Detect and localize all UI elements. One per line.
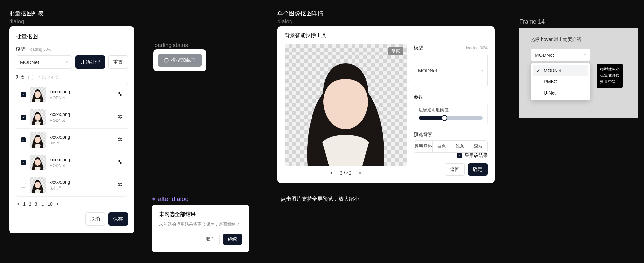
dropdown-option-unet[interactable]: U-Net xyxy=(533,87,588,99)
section-sub-batch: dialog xyxy=(9,18,24,25)
chevron-down-icon: ▾ xyxy=(584,53,586,57)
bg-option-darkgray[interactable]: 深灰 xyxy=(469,141,487,152)
list-item[interactable]: xxxxx.png未处理 xyxy=(16,174,128,196)
dropdown-option-label: RMBG xyxy=(544,79,557,84)
pager-page[interactable]: 1 xyxy=(23,201,26,207)
item-checkbox[interactable]: ✓ xyxy=(21,92,26,97)
list-item[interactable]: ✓ xxxxx.pngRMBG xyxy=(16,128,128,151)
sliders-icon[interactable] xyxy=(117,114,123,121)
single-model-label: 模型 xyxy=(414,45,423,51)
sliders-icon[interactable] xyxy=(117,182,123,189)
sliders-icon[interactable] xyxy=(117,159,123,166)
frame14-model-select[interactable]: MODNet ▾ xyxy=(531,49,590,61)
section-sub-single: dialog xyxy=(277,18,292,25)
loading-text: 模型加载中 xyxy=(171,57,196,63)
item-meta: RMBG xyxy=(50,141,113,145)
adopt-checkbox[interactable]: ✓ xyxy=(457,153,462,158)
tooltip-line: 效果中等 xyxy=(600,79,620,85)
sliders-icon[interactable] xyxy=(117,91,123,98)
alter-dialog: 未勾选全部结果 未勾选的抠图结果将不会保存，是否继续？ 取消 继续 xyxy=(152,205,249,252)
slider-knob[interactable] xyxy=(441,115,447,121)
list-item[interactable]: ✓ xxxxx.pngMODNet xyxy=(16,83,128,106)
params-label: 参数 xyxy=(414,94,488,100)
svg-point-4 xyxy=(120,94,121,96)
check-icon: ✓ xyxy=(536,68,541,73)
item-meta: MODNet xyxy=(50,96,113,100)
dropdown-option-modnet[interactable]: ✓ MODNet xyxy=(533,65,588,76)
item-checkbox[interactable] xyxy=(21,183,26,188)
item-checkbox[interactable]: ✓ xyxy=(21,115,26,120)
preview-image[interactable]: 复原 xyxy=(285,44,407,166)
list-label: 列表 xyxy=(16,75,25,80)
dropdown-option-rmbg[interactable]: RMBG xyxy=(533,76,588,87)
bg-option-lightgray[interactable]: 浅灰 xyxy=(451,141,469,152)
item-filename: xxxxx.png xyxy=(50,157,113,162)
adopt-label: 采用该结果 xyxy=(465,153,488,159)
single-model-value: MODNet xyxy=(418,68,437,73)
pager-page[interactable]: 3 xyxy=(35,201,37,207)
pager-page[interactable]: 2 xyxy=(29,201,31,207)
bg-segmented: 透明网格 白色 浅灰 深灰 xyxy=(414,140,488,153)
threshold-slider[interactable] xyxy=(419,116,483,120)
restore-button[interactable]: 复原 xyxy=(388,47,403,55)
alter-body: 未勾选的抠图结果将不会保存，是否继续？ xyxy=(159,221,242,227)
model-select[interactable]: MODNet ▾ xyxy=(16,55,72,69)
item-meta: MODNet xyxy=(50,164,113,168)
list-item[interactable]: ✓ xxxxx.pngMODNet xyxy=(16,151,128,174)
preview-counter: 3 / 42 xyxy=(340,170,351,176)
start-button[interactable]: 开始处理 xyxy=(75,55,105,69)
single-model-loading: loading 30% xyxy=(466,46,488,50)
alter-title: 未勾选全部结果 xyxy=(159,211,242,218)
section-title-frame14: Frame 14 xyxy=(519,18,545,25)
save-button[interactable]: 保存 xyxy=(108,212,128,226)
item-thumbnail[interactable] xyxy=(30,87,46,102)
item-meta: MODNet xyxy=(50,118,113,123)
sliders-icon[interactable] xyxy=(117,136,123,143)
single-model-select[interactable]: MODNet ▾ xyxy=(414,54,488,87)
svg-point-14 xyxy=(120,140,121,141)
chevron-down-icon: ▾ xyxy=(481,68,483,73)
tooltip-line: 运算速度快 xyxy=(600,73,620,79)
cancel-button[interactable]: 取消 xyxy=(85,212,105,226)
item-thumbnail[interactable] xyxy=(30,177,46,193)
spinner-icon xyxy=(164,58,169,63)
list-item[interactable]: ✓ xxxxx.pngMODNet xyxy=(16,106,128,128)
item-filename: xxxxx.png xyxy=(50,179,113,185)
svg-point-24 xyxy=(120,185,121,186)
back-button[interactable]: 返回 xyxy=(445,163,465,176)
section-title-batch: 批量抠图列表 xyxy=(9,10,44,17)
tooltip-line: 模型体积小 xyxy=(600,66,620,73)
chevron-down-icon: ▾ xyxy=(66,60,68,64)
bg-option-white[interactable]: 白色 xyxy=(432,141,451,152)
item-text: xxxxx.pngRMBG xyxy=(50,134,113,145)
single-dialog: 背景智能抠除工具 复原 < 3 / 42 > 模型 loading 30 xyxy=(277,26,495,183)
pager-dots: ... xyxy=(41,201,45,207)
bg-option-transparent[interactable]: 透明网格 xyxy=(414,141,432,152)
pager-page[interactable]: 10 xyxy=(48,201,53,207)
param-name: 边缘透明度阈值 xyxy=(419,107,483,113)
select-all-checkbox[interactable] xyxy=(28,75,33,80)
item-thumbnail[interactable] xyxy=(30,132,46,148)
alter-continue-button[interactable]: 继续 xyxy=(223,234,242,245)
reset-button[interactable]: 重置 xyxy=(108,55,128,69)
item-checkbox[interactable]: ✓ xyxy=(21,160,26,165)
ok-button[interactable]: 确定 xyxy=(468,163,488,176)
item-thumbnail[interactable] xyxy=(30,109,46,125)
model-dropdown: ✓ MODNet RMBG U-Net xyxy=(531,63,590,100)
pager: < 1 2 3 ... 10 > xyxy=(16,197,128,207)
item-checkbox[interactable]: ✓ xyxy=(21,137,26,142)
portrait-placeholder-icon xyxy=(285,44,407,166)
frame14-tip: 光标 hover 时出简要介绍 xyxy=(531,37,627,43)
item-text: xxxxx.pngMODNet xyxy=(50,157,113,168)
alter-cancel-button[interactable]: 取消 xyxy=(201,234,220,245)
item-text: xxxxx.pngMODNet xyxy=(50,112,113,123)
model-tooltip: 模型体积小 运算速度快 效果中等 xyxy=(597,64,623,88)
item-thumbnail[interactable] xyxy=(30,155,46,170)
pager-next[interactable]: > xyxy=(56,201,59,207)
pager-prev[interactable]: < xyxy=(17,201,20,207)
model-label: 模型 xyxy=(16,46,25,52)
preview-prev[interactable]: < xyxy=(330,170,332,176)
preview-next[interactable]: > xyxy=(359,170,361,176)
item-text: xxxxx.pngMODNet xyxy=(50,89,113,100)
svg-point-19 xyxy=(120,162,121,164)
